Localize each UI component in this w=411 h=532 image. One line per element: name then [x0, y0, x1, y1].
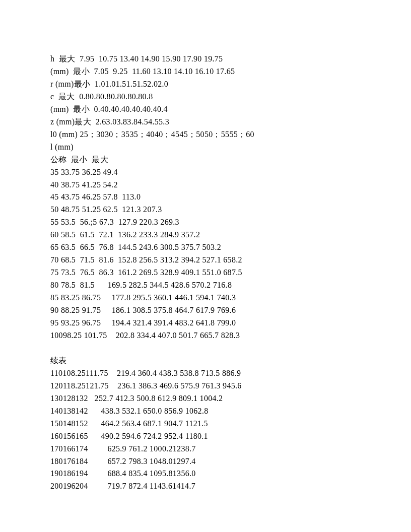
text-line: 190186194 688.4 835.4 1095.81356.0 — [50, 468, 371, 480]
text-line: 80 78.5 81.5 169.5 282.5 344.5 428.6 570… — [50, 279, 371, 292]
text-line: (mm) 最小 7.05 9.25 11.60 13.10 14.10 16.1… — [50, 65, 371, 78]
text-line: 65 63.5 66.5 76.8 144.5 243.6 300.5 375.… — [50, 241, 371, 254]
text-line: 95 93.25 96.75 194.4 321.4 391.4 483.2 6… — [50, 317, 371, 329]
text-line: 140138142 438.3 532.1 650.0 856.9 1062.8 — [50, 405, 371, 418]
text-line: 70 68.5 71.5 81.6 152.8 256.5 313.2 394.… — [50, 254, 371, 267]
text-line: 45 43.75 46.25 57.8 113.0 — [50, 191, 371, 204]
text-line: h 最大 7.95 10.75 13.40 14.90 15.90 17.90 … — [50, 53, 371, 65]
text-line: l (mm) — [50, 141, 371, 154]
text-line: 130128132 252.7 412.3 500.8 612.9 809.1 … — [50, 392, 371, 405]
text-line: 200196204 719.7 872.4 1143.61414.7 — [50, 480, 371, 493]
document-page: h 最大 7.95 10.75 13.40 14.90 15.90 17.90 … — [0, 0, 411, 513]
text-line: 60 58.5 61.5 72.1 136.2 233.3 284.9 357.… — [50, 229, 371, 241]
text-line: 35 33.75 36.25 49.4 — [50, 166, 371, 179]
text-line: 110108.25111.75 219.4 360.4 438.3 538.8 … — [50, 367, 371, 380]
text-line: 85 83.25 86.75 177.8 295.5 360.1 446.1 5… — [50, 292, 371, 304]
text-line: z (mm)最大 2.63.03.83.84.54.55.3 — [50, 116, 371, 128]
text-line: (mm) 最小 0.40.40.40.40.40.40.4 — [50, 103, 371, 116]
text-line: 续表 — [50, 355, 371, 367]
text-line: 10098.25 101.75 202.8 334.4 407.0 501.7 … — [50, 329, 371, 342]
text-line: 40 38.75 41.25 54.2 — [50, 179, 371, 191]
text-line: 180176184 657.2 798.3 1048.01297.4 — [50, 455, 371, 468]
text-line: 160156165 490.2 594.6 724.2 952.4 1180.1 — [50, 430, 371, 443]
text-line: 公称 最小 最大 — [50, 154, 371, 166]
text-line: 170166174 625.9 761.2 1000.21238.7 — [50, 443, 371, 455]
blank-line — [50, 342, 371, 355]
text-line: 90 88.25 91.75 186.1 308.5 375.8 464.7 6… — [50, 304, 371, 317]
text-line: 75 73.5 76.5 86.3 161.2 269.5 328.9 409.… — [50, 267, 371, 279]
text-line: r (mm)最小 1.01.01.51.51.52.02.0 — [50, 78, 371, 91]
text-line: c 最大 0.80.80.80.80.80.80.8 — [50, 91, 371, 103]
text-line: 150148152 464.2 563.4 687.1 904.7 1121.5 — [50, 418, 371, 430]
text-line: 55 53.5 56.;5 67.3 127.9 220.3 269.3 — [50, 216, 371, 229]
text-line: 50 48.75 51.25 62.5 121.3 207.3 — [50, 204, 371, 216]
text-line: l0 (mm) 25；3030；3535；4040；4545；5050；5555… — [50, 128, 371, 141]
text-line: 120118.25121.75 236.1 386.3 469.6 575.9 … — [50, 380, 371, 392]
